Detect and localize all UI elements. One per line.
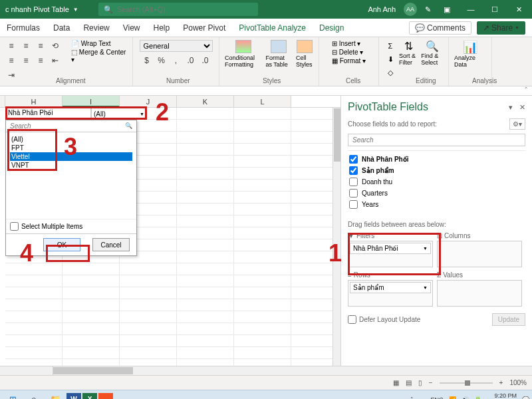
find-select-button[interactable]: 🔍Find & Select bbox=[421, 40, 443, 78]
align-right-icon[interactable]: ≡ bbox=[35, 55, 47, 66]
gear-icon[interactable]: ⚙▾ bbox=[509, 118, 525, 130]
onedrive-icon[interactable]: ☁ bbox=[419, 396, 425, 400]
close-icon[interactable]: ✕ bbox=[511, 5, 527, 14]
align-mid-icon[interactable]: ≡ bbox=[20, 40, 32, 52]
close-pane-icon[interactable]: ✕ bbox=[519, 103, 525, 112]
dec-decimal-icon[interactable]: .0 bbox=[200, 55, 211, 66]
area-rows[interactable]: ≡Rows Sản phẩm▼ bbox=[348, 271, 433, 307]
col-header[interactable]: L bbox=[234, 96, 291, 107]
cond-format-button[interactable]: Conditional Formatting bbox=[225, 40, 261, 68]
format-button[interactable]: ▦ Format ▾ bbox=[332, 57, 366, 65]
field-item[interactable]: Nhà Phân Phối bbox=[348, 154, 525, 165]
align-bot-icon[interactable]: ≡ bbox=[35, 40, 47, 52]
zoom-level[interactable]: 100% bbox=[509, 379, 527, 386]
app-icon[interactable] bbox=[98, 393, 113, 400]
cell-styles-button[interactable]: Cell Styles bbox=[296, 40, 313, 68]
horizontal-scrollbar[interactable] bbox=[0, 366, 532, 375]
search-input[interactable] bbox=[117, 5, 253, 13]
tell-me-search[interactable]: 🔍 bbox=[98, 3, 258, 16]
field-item[interactable]: Sản phẩm bbox=[348, 165, 525, 176]
volume-icon[interactable]: 🔊 bbox=[462, 396, 469, 400]
align-center-icon[interactable]: ≡ bbox=[20, 55, 32, 66]
tab-data[interactable]: Data bbox=[53, 23, 70, 33]
align-top-icon[interactable]: ≡ bbox=[5, 40, 17, 52]
pane-options-icon[interactable]: ▾ bbox=[509, 103, 513, 112]
field-item[interactable]: Quarters bbox=[348, 188, 525, 199]
tab-formulas[interactable]: Formulas bbox=[7, 23, 40, 33]
number-format-select[interactable]: General bbox=[140, 40, 213, 52]
filter-dropdown[interactable]: (All) ▼ bbox=[91, 108, 147, 120]
maximize-icon[interactable]: ☐ bbox=[487, 5, 503, 14]
merge-center-button[interactable]: ⬚ Merge & Center ▾ bbox=[71, 49, 127, 63]
excel-icon[interactable]: X bbox=[82, 393, 97, 400]
clear-icon[interactable]: ◇ bbox=[384, 66, 396, 78]
taskbar-search-icon[interactable]: ○ bbox=[24, 392, 44, 400]
currency-icon[interactable]: $ bbox=[141, 55, 153, 66]
indent-inc-icon[interactable]: ⇥ bbox=[5, 69, 17, 81]
worksheet[interactable]: H I J K L Nhà Phân Phối (All) ▼ (All) FP… bbox=[0, 96, 340, 366]
clock[interactable]: 9:20 PM 29/08/2023 bbox=[487, 393, 517, 399]
comma-icon[interactable]: , bbox=[170, 55, 182, 66]
tab-pivottable-analyze[interactable]: PivotTable Analyze bbox=[239, 23, 306, 33]
insert-button[interactable]: ⊞ Insert ▾ bbox=[332, 40, 366, 47]
sort-filter-button[interactable]: ⇅Sort & Filter bbox=[399, 40, 418, 78]
ribbon-collapse[interactable]: ˄ bbox=[0, 86, 532, 96]
tab-design[interactable]: Design bbox=[319, 23, 344, 33]
col-header[interactable]: J bbox=[120, 96, 177, 107]
delete-button[interactable]: ⊟ Delete ▾ bbox=[332, 49, 366, 56]
tab-review[interactable]: Review bbox=[83, 23, 109, 33]
pen-icon[interactable]: ✎ bbox=[425, 5, 431, 14]
tab-powerpivot[interactable]: Power Pivot bbox=[183, 23, 225, 33]
defer-checkbox[interactable] bbox=[348, 315, 356, 324]
view-layout-icon[interactable]: ▤ bbox=[406, 379, 412, 386]
area-columns[interactable]: ⊞Columns bbox=[437, 232, 522, 267]
filter-item[interactable]: VNPT bbox=[10, 161, 132, 170]
analyze-data-button[interactable]: 📊Analyze Data bbox=[454, 40, 486, 68]
fields-search-input[interactable] bbox=[348, 134, 525, 146]
wifi-icon[interactable]: 📶 bbox=[449, 396, 456, 400]
align-left-icon[interactable]: ≡ bbox=[5, 55, 17, 66]
field-item[interactable]: Years bbox=[348, 199, 525, 210]
tray-chevron-icon[interactable]: ˄ bbox=[410, 396, 414, 400]
area-values[interactable]: ΣValues bbox=[437, 271, 522, 307]
filter-item[interactable]: (All) bbox=[10, 135, 132, 144]
col-header[interactable]: I bbox=[63, 96, 120, 107]
battery-icon[interactable]: 🔋 bbox=[474, 396, 481, 400]
area-item[interactable]: Nhà Phân Phối▼ bbox=[350, 243, 431, 254]
wrap-text-button[interactable]: 📄 Wrap Text bbox=[71, 40, 127, 47]
ribbon-display-icon[interactable]: ▣ bbox=[439, 5, 455, 14]
view-break-icon[interactable]: ▯ bbox=[418, 379, 422, 386]
cancel-button[interactable]: Cancel bbox=[92, 238, 130, 251]
filter-search-input[interactable] bbox=[6, 120, 136, 132]
select-multiple-checkbox[interactable]: Select Multiple Items bbox=[6, 219, 136, 233]
area-filters[interactable]: ▼Filters Nhà Phân Phối▼ bbox=[348, 232, 433, 267]
percent-icon[interactable]: % bbox=[156, 55, 168, 66]
autosum-icon[interactable]: Σ bbox=[384, 40, 396, 52]
word-icon[interactable]: W bbox=[66, 393, 81, 400]
area-item[interactable]: Sản phẩm▼ bbox=[350, 282, 431, 293]
field-item[interactable]: Doanh thu bbox=[348, 176, 525, 188]
notifications-icon[interactable]: 💬 bbox=[522, 396, 529, 400]
zoom-in-icon[interactable]: + bbox=[499, 379, 503, 386]
start-icon[interactable]: ⊞ bbox=[3, 392, 23, 400]
user-name[interactable]: Anh Anh bbox=[368, 5, 396, 13]
lang-indicator[interactable]: ENG bbox=[430, 396, 444, 400]
tab-view[interactable]: View bbox=[123, 23, 140, 33]
zoom-out-icon[interactable]: − bbox=[429, 379, 433, 386]
zoom-slider[interactable] bbox=[440, 382, 493, 384]
col-header[interactable]: H bbox=[5, 96, 63, 107]
share-button[interactable]: ↗Share▼ bbox=[477, 21, 525, 35]
update-button[interactable]: Update bbox=[492, 313, 525, 326]
indent-dec-icon[interactable]: ⇤ bbox=[49, 55, 61, 66]
fill-icon[interactable]: ⬇ bbox=[384, 53, 396, 65]
comments-button[interactable]: 💬Comments bbox=[409, 21, 471, 35]
col-header[interactable]: K bbox=[177, 96, 234, 107]
avatar[interactable]: AA bbox=[404, 3, 417, 16]
vertical-scrollbar[interactable] bbox=[332, 108, 340, 366]
view-normal-icon[interactable]: ▦ bbox=[393, 379, 399, 386]
minimize-icon[interactable]: — bbox=[463, 5, 479, 13]
filter-item[interactable]: Viettel bbox=[10, 152, 132, 161]
filter-item[interactable]: FPT bbox=[10, 144, 132, 152]
format-table-button[interactable]: Format as Table bbox=[265, 40, 291, 68]
title-dropdown-icon[interactable]: ▼ bbox=[73, 7, 78, 13]
